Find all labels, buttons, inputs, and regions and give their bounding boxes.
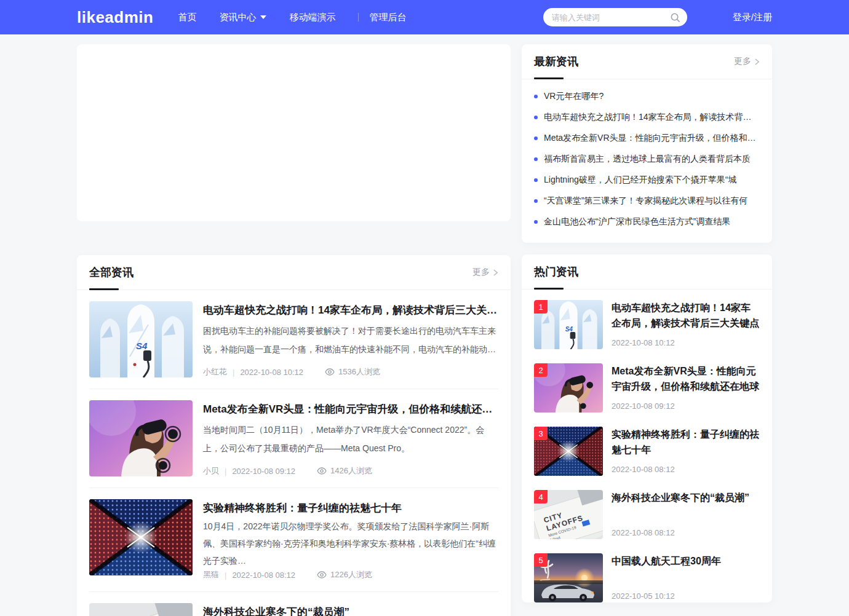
- hot-news-title-text: 电动车超快充之战打响！14家车企布局，解读技术背后三大关键点: [612, 300, 760, 331]
- chevron-right-icon: [754, 58, 760, 66]
- nav-item-news-center[interactable]: 资讯中心: [219, 12, 266, 23]
- all-news-title: 全部资讯: [89, 255, 134, 290]
- hot-news-item[interactable]: 5 中国载人航天工程30周年 2022-10-05 10:12: [534, 553, 760, 602]
- article-row[interactable]: 海外科技企业寒冬下的“裁员潮”: [89, 592, 498, 616]
- hot-news-date: 2022-10-08 08:12: [612, 465, 760, 476]
- article-row[interactable]: S4 电动车超快充之战打响！14家车企布局，解读技术背后三大关键点 困扰电动车主…: [89, 290, 498, 389]
- hot-news-date: 2022-10-08 08:12: [612, 528, 760, 539]
- meta-divider: [233, 368, 234, 377]
- nav-item-admin[interactable]: 管理后台: [369, 12, 406, 23]
- all-news-card: 全部资讯 更多: [77, 255, 511, 616]
- layoffs-newspaper-image: [89, 603, 193, 616]
- layoffs-newspaper-image: CITY LAYOFFS More COVID-19 fallout 4: [534, 490, 603, 539]
- article-date: 2022-10-08 09:12: [232, 467, 295, 476]
- charging-station-image: S4: [89, 301, 193, 377]
- article-excerpt: 10月4日，2022年诺贝尔物理学奖公布。奖项颁发给了法国科学家阿兰·阿斯佩、美…: [203, 518, 498, 569]
- latest-news-item[interactable]: “天宫课堂”第三课来了！专家揭秘此次课程与以往有何: [534, 191, 760, 211]
- quantum-image: [89, 499, 193, 575]
- article-excerpt: 困扰电动车主的补能问题将要被解决了！对于需要长途出行的电动汽车车主来说，补能问题…: [203, 322, 498, 358]
- svg-text:S4: S4: [136, 341, 148, 351]
- article-title: 实验精神终将胜利：量子纠缠的祛魅七十年: [203, 500, 498, 516]
- all-news-more-link[interactable]: 更多: [472, 267, 498, 278]
- article-excerpt: 当地时间周二（10月11日），Meta举办了VR年度大会“Connect 202…: [203, 421, 498, 457]
- article-author: 小贝: [203, 465, 219, 476]
- latest-news-item[interactable]: Lightning破壁，人们已经开始搜索下个撬开苹果“城: [534, 170, 760, 191]
- bullet-dot-icon: [534, 199, 538, 203]
- hot-news-title-text: Meta发布全新VR头显：性能向元宇宙升级，但价格和续航还在地球: [612, 363, 760, 394]
- rank-badge: 5: [534, 553, 548, 567]
- car-sunset-image: 5: [534, 553, 603, 602]
- eye-icon: [325, 368, 335, 376]
- article-date: 2022-10-08 10:12: [240, 368, 303, 377]
- hot-news-title-text: 海外科技企业寒冬下的“裁员潮”: [612, 490, 760, 505]
- article-views: 1536人浏览: [338, 366, 380, 377]
- article-date: 2022-10-08 08:12: [232, 571, 295, 580]
- meta-divider: [225, 467, 226, 476]
- rank-badge: 1: [534, 300, 548, 314]
- latest-news-item[interactable]: 福布斯首富易主，透过地球上最富有的人类看背后本质: [534, 149, 760, 170]
- search-input[interactable]: [552, 13, 670, 22]
- search-icon[interactable]: [670, 12, 680, 23]
- banner-placeholder: [77, 44, 511, 221]
- latest-news-item[interactable]: Meta发布全新VR头显：性能向元宇宙升级，但价格和续…还: [534, 128, 760, 149]
- latest-news-card: 最新资讯 更多 VR元年在哪年? 电动车超快充之战打响！14家车企布局，解读技术…: [522, 44, 772, 243]
- svg-text:S4: S4: [565, 326, 573, 333]
- bullet-dot-icon: [534, 220, 538, 224]
- quantum-image: 3: [534, 427, 603, 476]
- hot-news-date: 2022-10-05 10:12: [612, 591, 760, 602]
- latest-news-item[interactable]: 金山电池公布“沪广深市民绿色生活方式”调查结果: [534, 211, 760, 232]
- page-content: 全部资讯 更多: [77, 34, 772, 616]
- article-row[interactable]: Meta发布全新VR头显：性能向元宇宙升级，但价格和续航还在地球 当地时间周二（…: [89, 389, 498, 488]
- bullet-dot-icon: [534, 136, 538, 140]
- vr-headset-image: [89, 400, 193, 476]
- chevron-right-icon: [493, 269, 498, 277]
- latest-news-more-link[interactable]: 更多: [734, 56, 760, 67]
- top-navbar: likeadmin 首页 资讯中心 移动端演示 管理后台 登录/注册: [0, 0, 849, 34]
- hot-news-date: 2022-10-08 09:12: [612, 401, 760, 413]
- hot-news-title-text: 中国载人航天工程30周年: [612, 553, 760, 569]
- article-views: 1226人浏览: [330, 569, 372, 580]
- article-title: 海外科技企业寒冬下的“裁员潮”: [203, 604, 498, 616]
- search-box[interactable]: [543, 8, 687, 26]
- chevron-down-icon: [260, 15, 266, 19]
- hot-news-item[interactable]: 3 实验精神终将胜利：量子纠缠的祛魅七十年 2022-10-08 08:12: [534, 427, 760, 476]
- hot-news-item[interactable]: S4 1 电动车超快充之战打响！14家车企布局，解读技术背后三大关键点 2022…: [534, 300, 760, 349]
- bullet-dot-icon: [534, 178, 538, 182]
- eye-icon: [317, 467, 327, 475]
- hot-news-title-text: 实验精神终将胜利：量子纠缠的祛魅七十年: [612, 427, 760, 457]
- latest-news-item[interactable]: 电动车超快充之战打响！14家车企布局，解读技术背后三…: [534, 107, 760, 128]
- eye-icon: [317, 571, 327, 578]
- hot-news-date: 2022-10-08 10:12: [612, 338, 760, 349]
- nav-item-home[interactable]: 首页: [178, 12, 196, 23]
- site-logo[interactable]: likeadmin: [77, 8, 153, 27]
- article-title: 电动车超快充之战打响！14家车企布局，解读技术背后三大关键点: [203, 302, 498, 318]
- hot-news-title: 热门资讯: [534, 255, 578, 289]
- article-title: Meta发布全新VR头显：性能向元宇宙升级，但价格和续航还在地球: [203, 401, 498, 417]
- nav-item-mobile-demo[interactable]: 移动端演示: [289, 12, 335, 23]
- bullet-dot-icon: [534, 157, 538, 161]
- bullet-dot-icon: [534, 116, 538, 119]
- nav-divider: [358, 13, 359, 22]
- meta-divider: [225, 571, 226, 580]
- article-author: 黑猫: [203, 569, 219, 580]
- main-nav: 首页 资讯中心 移动端演示 管理后台: [178, 12, 429, 23]
- rank-badge: 2: [534, 363, 548, 377]
- charging-station-image: S4 1: [534, 300, 603, 349]
- latest-news-item[interactable]: VR元年在哪年?: [534, 86, 760, 107]
- article-row[interactable]: 实验精神终将胜利：量子纠缠的祛魅七十年 10月4日，2022年诺贝尔物理学奖公布…: [89, 488, 498, 592]
- article-views: 1426人浏览: [330, 465, 372, 476]
- login-register-link[interactable]: 登录/注册: [733, 12, 772, 23]
- hot-news-card: 热门资讯 S4: [522, 255, 772, 602]
- bullet-dot-icon: [534, 95, 538, 98]
- rank-badge: 4: [534, 490, 548, 503]
- rank-badge: 3: [534, 427, 548, 440]
- hot-news-item[interactable]: CITY LAYOFFS More COVID-19 fallout 4 海外科…: [534, 490, 760, 539]
- vr-headset-image: 2: [534, 363, 603, 413]
- hot-news-item[interactable]: 2 Meta发布全新VR头显：性能向元宇宙升级，但价格和续航还在地球 2022-…: [534, 363, 760, 413]
- article-author: 小红花: [203, 366, 227, 377]
- latest-news-title: 最新资讯: [534, 44, 578, 79]
